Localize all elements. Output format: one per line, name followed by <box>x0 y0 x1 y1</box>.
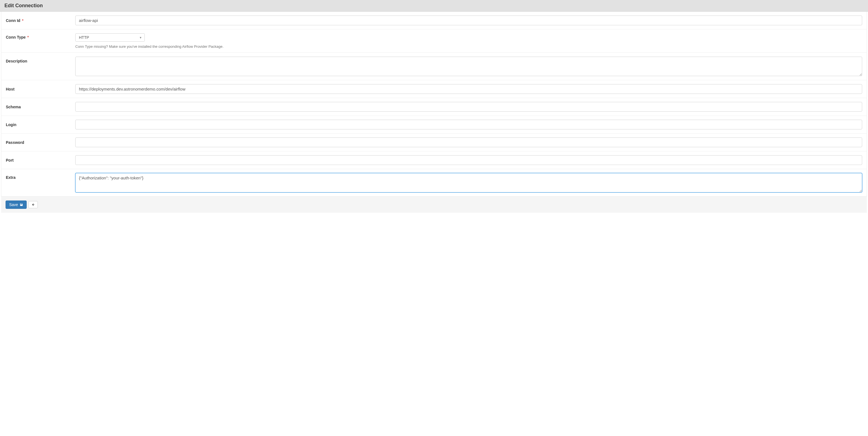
back-arrow-icon <box>31 203 35 206</box>
row-conn-id: Conn Id * <box>1 12 867 29</box>
label-port: Port <box>6 158 75 163</box>
label-extra: Extra <box>6 173 75 180</box>
label-host: Host <box>6 87 75 91</box>
label-password: Password <box>6 140 75 145</box>
host-input[interactable] <box>75 84 862 94</box>
back-button[interactable] <box>28 201 38 208</box>
label-conn-type: Conn Type * <box>6 33 75 39</box>
row-port: Port <box>1 152 867 169</box>
extra-input[interactable]: {"Authorization": "your-auth-token"} <box>75 173 862 193</box>
page-title: Edit Connection <box>4 3 864 9</box>
edit-connection-form: Conn Id * Conn Type * HTTP ▼ Conn Type m… <box>1 12 867 197</box>
form-footer: Save <box>1 197 867 213</box>
row-host: Host <box>1 80 867 98</box>
conn-id-input[interactable] <box>75 15 862 25</box>
conn-type-select[interactable]: HTTP <box>75 33 145 42</box>
label-description: Description <box>6 57 75 63</box>
row-login: Login <box>1 116 867 134</box>
required-asterisk: * <box>27 35 29 39</box>
save-icon <box>20 203 23 206</box>
label-conn-id: Conn Id * <box>6 18 75 23</box>
label-schema: Schema <box>6 105 75 109</box>
row-description: Description <box>1 53 867 80</box>
login-input[interactable] <box>75 120 862 129</box>
row-password: Password <box>1 134 867 152</box>
password-input[interactable] <box>75 137 862 147</box>
description-input[interactable] <box>75 57 862 76</box>
row-schema: Schema <box>1 98 867 116</box>
row-conn-type: Conn Type * HTTP ▼ Conn Type missing? Ma… <box>1 29 867 53</box>
save-button[interactable]: Save <box>5 201 27 209</box>
required-asterisk: * <box>22 18 23 23</box>
row-extra: Extra {"Authorization": "your-auth-token… <box>1 169 867 196</box>
page-header: Edit Connection <box>0 0 868 12</box>
label-login: Login <box>6 123 75 127</box>
port-input[interactable] <box>75 155 862 165</box>
schema-input[interactable] <box>75 102 862 112</box>
conn-type-help: Conn Type missing? Make sure you've inst… <box>75 44 862 48</box>
